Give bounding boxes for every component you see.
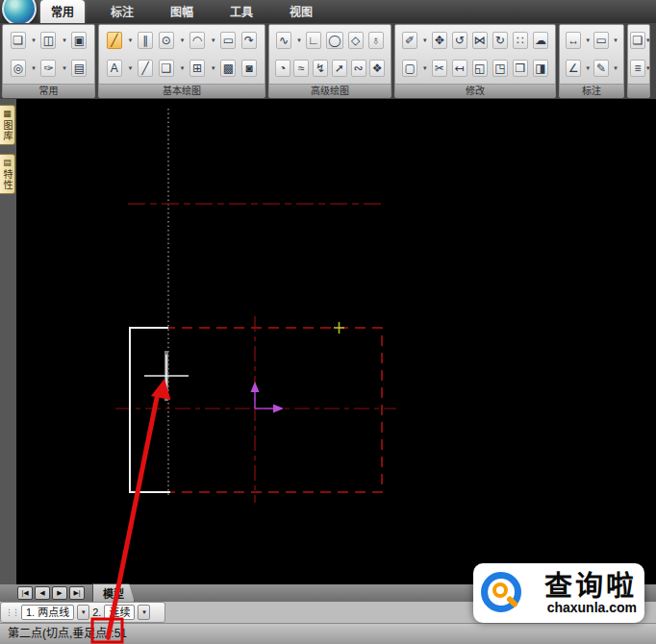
- zoom-button[interactable]: ◎: [11, 60, 26, 77]
- sidebar-tab-特性[interactable]: ▤特性: [0, 154, 15, 194]
- arrow-button[interactable]: ➚: [332, 60, 347, 77]
- spline-dropdown-icon[interactable]: ▾: [297, 37, 301, 44]
- hatch-button[interactable]: ▩: [220, 60, 236, 77]
- insert-button[interactable]: ⊞: [189, 60, 205, 77]
- text-dropdown-icon[interactable]: ▾: [129, 64, 133, 72]
- trim-button[interactable]: ✂: [432, 60, 447, 77]
- redraw-button[interactable]: ✑: [40, 60, 56, 77]
- next-sheet-button[interactable]: ▶: [52, 586, 67, 600]
- spline-button[interactable]: ∿: [276, 32, 291, 49]
- region-button[interactable]: ◙: [241, 60, 257, 77]
- coordinate-button[interactable]: ∠: [566, 60, 581, 77]
- paste-button[interactable]: ❏: [11, 32, 26, 49]
- fillet-button[interactable]: ◳: [492, 60, 508, 77]
- select-dropdown-icon[interactable]: ▾: [423, 64, 427, 72]
- tolerance-dropdown-icon[interactable]: ▾: [614, 37, 618, 44]
- block-dropdown-icon[interactable]: ▾: [181, 64, 185, 72]
- continuity-combobox[interactable]: 连续: [104, 605, 135, 620]
- ribbon-tab-图幅[interactable]: 图幅: [160, 0, 204, 23]
- dim-edit-dropdown-icon[interactable]: ▾: [614, 64, 618, 72]
- dim-edit-button[interactable]: ✎: [593, 60, 609, 77]
- rotate-button[interactable]: ↻: [492, 32, 508, 49]
- line-style-dropdown-icon[interactable]: ▾: [646, 64, 650, 72]
- sheet-button[interactable]: ❏: [630, 32, 645, 49]
- ribbon-group-标注: ↔▾▭▾∠▾✎▾标注: [559, 24, 624, 98]
- first-sheet-button[interactable]: |◀: [17, 586, 33, 600]
- last-sheet-button[interactable]: ▶|: [69, 586, 85, 600]
- palette-button[interactable]: ▤: [71, 60, 87, 77]
- active-white-rect: [130, 328, 170, 492]
- select-button[interactable]: ▢: [402, 60, 417, 77]
- dimension-button[interactable]: ↔: [566, 32, 581, 49]
- zigzag-button[interactable]: ↯: [313, 60, 328, 77]
- redraw-dropdown-icon[interactable]: ▾: [63, 64, 66, 72]
- insert-dropdown-icon[interactable]: ▾: [212, 64, 215, 72]
- line-button[interactable]: ╱: [107, 32, 122, 49]
- ribbon-group-高级绘图: ∿▾∟◯◇♁◔≈↯➚∾❖高级绘图: [268, 24, 391, 98]
- sketch-line-button[interactable]: ╱: [138, 60, 153, 77]
- app-logo-icon[interactable]: [2, 0, 37, 26]
- hole-axis-button[interactable]: ♁: [368, 32, 384, 49]
- coordinate-dropdown-icon[interactable]: ▾: [586, 64, 590, 72]
- parallel-button[interactable]: ∥: [138, 32, 153, 49]
- explode-button[interactable]: ◨: [533, 60, 548, 77]
- circle-dropdown-icon[interactable]: ▾: [181, 37, 185, 44]
- line-dropdown-icon[interactable]: ▾: [129, 37, 133, 44]
- circle-button[interactable]: ⊙: [159, 32, 174, 49]
- erase-dropdown-icon[interactable]: ▾: [423, 37, 427, 44]
- ribbon-tab-视图[interactable]: 视图: [279, 0, 323, 23]
- ribbon-group-基本绘图: ╱▾∥⊙▾◠▾▭↷A▾╱❑▾⊞▾▩◙基本绘图: [98, 24, 265, 98]
- rectangle-button[interactable]: ▭: [220, 32, 236, 49]
- prev-sheet-button[interactable]: ◀: [35, 586, 50, 600]
- arc-dropdown-icon[interactable]: ▾: [212, 37, 215, 44]
- dimension-dropdown-icon[interactable]: ▾: [586, 37, 590, 44]
- line-style-button[interactable]: ≡: [630, 60, 645, 77]
- scale-button[interactable]: ◱: [472, 60, 488, 77]
- stretch-button[interactable]: ☁: [533, 32, 548, 49]
- copy-dropdown-icon[interactable]: ▾: [63, 37, 66, 44]
- section-button[interactable]: ◔: [275, 60, 290, 77]
- drawing-canvas[interactable]: [16, 99, 656, 584]
- formula-curve-button[interactable]: ∾: [351, 60, 366, 77]
- copy-obj-button[interactable]: ↺: [452, 32, 467, 49]
- wave-line-button[interactable]: ≈: [293, 60, 309, 77]
- curve-button[interactable]: ↷: [241, 32, 257, 49]
- line-mode-dropdown-icon[interactable]: ▾: [77, 605, 89, 620]
- sidebar-tab-label: 特性: [0, 169, 14, 190]
- ribbon-tab-bar: 常用标注图幅工具视图: [0, 0, 656, 23]
- group-label: 基本绘图: [99, 84, 265, 97]
- ellipse-button[interactable]: ◯: [326, 32, 342, 49]
- watermark-domain: chaxunla.com: [547, 601, 637, 615]
- polygon-button[interactable]: ◇: [348, 32, 364, 49]
- ribbon-tab-常用[interactable]: 常用: [40, 0, 85, 23]
- continuity-dropdown-icon[interactable]: ▾: [138, 605, 150, 620]
- ribbon-tab-工具[interactable]: 工具: [219, 0, 264, 23]
- block-button[interactable]: ❑: [159, 60, 174, 77]
- gear-button[interactable]: ❖: [369, 60, 385, 77]
- extend-button[interactable]: ↤: [452, 60, 467, 77]
- panel-grip-handle[interactable]: ⋮⋮: [5, 607, 18, 617]
- arc-button[interactable]: ◠: [189, 32, 205, 49]
- zoom-dropdown-icon[interactable]: ▾: [32, 64, 36, 72]
- paste-dropdown-icon[interactable]: ▾: [32, 37, 36, 44]
- refresh-view-button[interactable]: ▣: [71, 32, 87, 49]
- ribbon-group-常用: ❏▾◫▾▣◎▾✑▾▤常用: [2, 24, 95, 98]
- tolerance-button[interactable]: ▭: [593, 32, 609, 49]
- polyline-button[interactable]: ∟: [306, 32, 321, 49]
- model-sheet-tab[interactable]: 模型: [92, 583, 135, 603]
- ribbon-group-clipped: ❏▾≡▾: [627, 24, 650, 98]
- copy-button[interactable]: ◫: [40, 32, 56, 49]
- move-button[interactable]: ✥: [432, 32, 447, 49]
- ribbon-tab-标注[interactable]: 标注: [100, 0, 144, 23]
- offset-button[interactable]: ❒: [513, 60, 528, 77]
- mirror-button[interactable]: ⋈: [472, 32, 488, 49]
- array-button[interactable]: ∷: [513, 32, 528, 49]
- tool-options-panel: ⋮⋮ 1. 两点线 ▾ 2. 连续 ▾: [0, 602, 165, 623]
- watermark-logo-icon: [479, 570, 525, 616]
- line-mode-combobox[interactable]: 1. 两点线: [21, 605, 74, 620]
- group-label: 高级绘图: [269, 84, 391, 97]
- sidebar-tab-图库[interactable]: ▦图库: [0, 105, 15, 145]
- erase-button[interactable]: ✐: [402, 32, 417, 49]
- text-button[interactable]: A: [107, 60, 122, 77]
- sheet-dropdown-icon[interactable]: ▾: [646, 37, 650, 44]
